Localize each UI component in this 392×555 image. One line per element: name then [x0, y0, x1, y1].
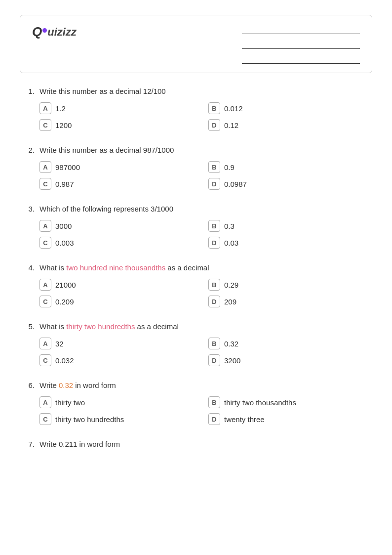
- answer-text-5-D: 3200: [224, 356, 240, 365]
- answer-item-1-A: A1.2: [39, 102, 198, 114]
- answer-text-1-D: 0.12: [224, 121, 238, 129]
- question-row-1: 1.Write this number as a decimal 12/100: [25, 87, 367, 95]
- question-num-7: 7.: [25, 440, 35, 448]
- answer-letter-1-D: D: [208, 119, 220, 131]
- logo: Q uizizz: [32, 24, 77, 40]
- answer-text-6-B: thirty two thousandths: [224, 398, 296, 407]
- answer-letter-5-B: B: [208, 338, 220, 349]
- question-num-1: 1.: [25, 87, 35, 95]
- question-block-5: 5.What is thirty two hundredths as a dec…: [25, 322, 367, 366]
- answers-grid-5: A32B0.32C0.032D3200: [39, 338, 367, 366]
- answer-letter-2-B: B: [208, 161, 220, 173]
- header-left: Q uizizz: [32, 24, 77, 47]
- answer-text-1-B: 0.012: [224, 104, 243, 113]
- answer-item-2-A: A987000: [39, 161, 198, 173]
- answer-item-4-D: D209: [208, 296, 367, 307]
- answer-letter-6-B: B: [208, 396, 220, 408]
- answer-text-4-A: 21000: [55, 281, 76, 289]
- answer-item-3-D: D0.03: [208, 237, 367, 249]
- answer-item-6-B: Bthirty two thousandths: [208, 396, 367, 408]
- question-text-7: Write 0.211 in word form: [39, 440, 120, 448]
- answer-item-2-B: B0.9: [208, 161, 367, 173]
- question-block-4: 4.What is two hundred nine thousandths a…: [25, 263, 367, 307]
- date-field-row: [212, 54, 360, 64]
- answer-text-1-C: 1200: [55, 121, 72, 129]
- answer-letter-3-B: B: [208, 220, 220, 232]
- question-block-2: 2.Write this number as a decimal 987/100…: [25, 146, 367, 190]
- answer-item-3-C: C0.003: [39, 237, 198, 249]
- answers-grid-2: A987000B0.9C0.987D0.0987: [39, 161, 367, 190]
- answer-text-1-A: 1.2: [55, 104, 66, 113]
- answer-item-4-A: A21000: [39, 279, 198, 291]
- question-num-5: 5.: [25, 322, 35, 331]
- answer-text-4-C: 0.209: [55, 298, 74, 306]
- answer-letter-1-B: B: [208, 102, 220, 114]
- date-line: [242, 54, 360, 64]
- question-row-5: 5.What is thirty two hundredths as a dec…: [25, 322, 367, 331]
- answers-grid-1: A1.2B0.012C1200D0.12: [39, 102, 367, 131]
- question-block-3: 3.Which of the following represents 3/10…: [25, 205, 367, 249]
- answer-letter-3-C: C: [39, 237, 51, 249]
- questions-section: 1.Write this number as a decimal 12/100A…: [20, 87, 372, 448]
- header-right: [212, 24, 360, 64]
- answer-text-6-A: thirty two: [55, 398, 85, 407]
- answer-letter-4-D: D: [208, 296, 220, 307]
- answer-letter-2-A: A: [39, 161, 51, 173]
- question-row-2: 2.Write this number as a decimal 987/100…: [25, 146, 367, 154]
- logo-text: uizizz: [47, 26, 77, 39]
- logo-icon: Q: [32, 24, 42, 40]
- answer-letter-3-A: A: [39, 220, 51, 232]
- answer-text-4-B: 0.29: [224, 281, 238, 289]
- highlight-pink: two hundred nine thousandths: [66, 263, 165, 272]
- name-field-row: [212, 24, 360, 34]
- answer-letter-1-A: A: [39, 102, 51, 114]
- question-text-3: Which of the following represents 3/1000: [39, 205, 173, 213]
- question-text-1: Write this number as a decimal 12/100: [39, 87, 166, 95]
- answer-text-3-A: 3000: [55, 222, 72, 230]
- question-row-3: 3.Which of the following represents 3/10…: [25, 205, 367, 213]
- class-line: [242, 39, 360, 49]
- answer-item-1-B: B0.012: [208, 102, 367, 114]
- question-num-4: 4.: [25, 263, 35, 272]
- question-text-4: What is two hundred nine thousandths as …: [39, 263, 209, 272]
- answers-grid-6: Athirty twoBthirty two thousandthsCthirt…: [39, 396, 367, 425]
- answer-letter-3-D: D: [208, 237, 220, 249]
- answer-item-4-C: C0.209: [39, 296, 198, 307]
- question-text-6: Write 0.32 in word form: [39, 381, 116, 389]
- answer-item-5-C: C0.032: [39, 354, 198, 366]
- answer-letter-5-A: A: [39, 338, 51, 349]
- answer-item-4-B: B0.29: [208, 279, 367, 291]
- answers-grid-3: A3000B0.3C0.003D0.03: [39, 220, 367, 249]
- answer-text-6-C: thirty two hundredths: [55, 415, 124, 424]
- answer-item-1-D: D0.12: [208, 119, 367, 131]
- answer-text-5-C: 0.032: [55, 356, 74, 365]
- answer-text-2-C: 0.987: [55, 180, 74, 188]
- answer-text-3-B: 0.3: [224, 222, 235, 230]
- answer-item-5-B: B0.32: [208, 338, 367, 349]
- answer-text-3-D: 0.03: [224, 239, 238, 247]
- answer-text-6-D: twenty three: [224, 415, 265, 424]
- answer-letter-2-D: D: [208, 178, 220, 190]
- answer-text-4-D: 209: [224, 298, 236, 306]
- answer-text-5-A: 32: [55, 340, 64, 348]
- answer-item-5-A: A32: [39, 338, 198, 349]
- answer-text-3-C: 0.003: [55, 239, 74, 247]
- question-num-3: 3.: [25, 205, 35, 213]
- answers-grid-4: A21000B0.29C0.209D209: [39, 279, 367, 307]
- answer-item-6-A: Athirty two: [39, 396, 198, 408]
- answer-letter-6-A: A: [39, 396, 51, 408]
- answer-letter-1-C: C: [39, 119, 51, 131]
- answer-item-3-B: B0.3: [208, 220, 367, 232]
- answer-item-2-D: D0.0987: [208, 178, 367, 190]
- answer-letter-5-C: C: [39, 354, 51, 366]
- question-block-1: 1.Write this number as a decimal 12/100A…: [25, 87, 367, 131]
- answer-item-6-D: Dtwenty three: [208, 413, 367, 425]
- question-text-2: Write this number as a decimal 987/1000: [39, 146, 174, 154]
- answer-item-2-C: C0.987: [39, 178, 198, 190]
- question-block-7: 7.Write 0.211 in word form: [25, 440, 367, 448]
- question-num-2: 2.: [25, 146, 35, 154]
- name-line: [242, 24, 360, 34]
- question-text-5: What is thirty two hundredths as a decim…: [39, 322, 179, 331]
- answer-text-2-B: 0.9: [224, 163, 235, 171]
- page: Q uizizz 1.Write this number as a decim: [0, 0, 392, 555]
